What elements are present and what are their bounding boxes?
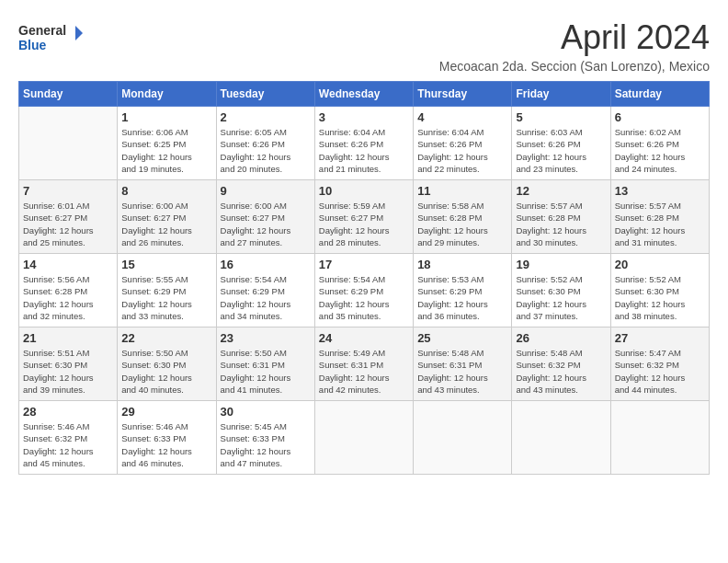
- day-info: Sunrise: 6:06 AM Sunset: 6:25 PM Dayligh…: [121, 126, 211, 175]
- calendar-table: SundayMondayTuesdayWednesdayThursdayFrid…: [18, 81, 710, 475]
- weekday-header-monday: Monday: [118, 82, 216, 107]
- page-header: General Blue April 2024 Mecoacan 2da. Se…: [18, 18, 710, 74]
- calendar-cell: [314, 401, 413, 475]
- day-number: 8: [121, 184, 211, 198]
- week-row-5: 28Sunrise: 5:46 AM Sunset: 6:32 PM Dayli…: [19, 401, 710, 475]
- day-number: 2: [221, 110, 311, 124]
- day-info: Sunrise: 5:48 AM Sunset: 6:32 PM Dayligh…: [516, 347, 606, 396]
- svg-text:Blue: Blue: [18, 38, 47, 52]
- day-info: Sunrise: 5:46 AM Sunset: 6:32 PM Dayligh…: [23, 420, 113, 469]
- day-number: 30: [221, 405, 311, 419]
- location-subtitle: Mecoacan 2da. Seccion (San Lorenzo), Mex…: [439, 59, 710, 74]
- day-number: 4: [417, 110, 507, 124]
- calendar-cell: 13Sunrise: 5:57 AM Sunset: 6:28 PM Dayli…: [610, 180, 709, 254]
- day-info: Sunrise: 6:03 AM Sunset: 6:26 PM Dayligh…: [516, 126, 606, 175]
- day-number: 21: [23, 331, 113, 345]
- day-info: Sunrise: 6:02 AM Sunset: 6:26 PM Dayligh…: [615, 126, 705, 175]
- calendar-cell: 30Sunrise: 5:45 AM Sunset: 6:33 PM Dayli…: [216, 401, 314, 475]
- calendar-cell: 25Sunrise: 5:48 AM Sunset: 6:31 PM Dayli…: [414, 327, 512, 401]
- week-row-3: 14Sunrise: 5:56 AM Sunset: 6:28 PM Dayli…: [19, 254, 710, 327]
- day-number: 12: [516, 184, 606, 198]
- day-info: Sunrise: 5:56 AM Sunset: 6:28 PM Dayligh…: [23, 273, 113, 322]
- logo-svg: General Blue: [18, 18, 83, 55]
- calendar-cell: 23Sunrise: 5:50 AM Sunset: 6:31 PM Dayli…: [216, 327, 314, 401]
- day-number: 28: [23, 405, 113, 419]
- day-info: Sunrise: 5:54 AM Sunset: 6:29 PM Dayligh…: [221, 273, 311, 322]
- week-row-1: 1Sunrise: 6:06 AM Sunset: 6:25 PM Daylig…: [19, 107, 710, 180]
- weekday-header-sunday: Sunday: [19, 82, 118, 107]
- calendar-cell: [414, 401, 512, 475]
- day-number: 3: [319, 110, 409, 124]
- day-info: Sunrise: 5:45 AM Sunset: 6:33 PM Dayligh…: [221, 420, 311, 469]
- day-number: 19: [516, 258, 606, 271]
- day-info: Sunrise: 5:53 AM Sunset: 6:29 PM Dayligh…: [417, 273, 507, 322]
- day-info: Sunrise: 5:49 AM Sunset: 6:31 PM Dayligh…: [319, 347, 409, 396]
- weekday-header-row: SundayMondayTuesdayWednesdayThursdayFrid…: [19, 82, 710, 107]
- day-info: Sunrise: 5:57 AM Sunset: 6:28 PM Dayligh…: [516, 200, 606, 248]
- day-info: Sunrise: 5:50 AM Sunset: 6:30 PM Dayligh…: [121, 347, 211, 396]
- day-info: Sunrise: 5:48 AM Sunset: 6:31 PM Dayligh…: [417, 347, 507, 396]
- calendar-cell: 17Sunrise: 5:54 AM Sunset: 6:29 PM Dayli…: [314, 254, 413, 327]
- calendar-cell: [610, 401, 709, 475]
- calendar-cell: 11Sunrise: 5:58 AM Sunset: 6:28 PM Dayli…: [414, 180, 512, 254]
- weekday-header-thursday: Thursday: [414, 82, 512, 107]
- calendar-cell: 24Sunrise: 5:49 AM Sunset: 6:31 PM Dayli…: [314, 327, 413, 401]
- calendar-cell: 19Sunrise: 5:52 AM Sunset: 6:30 PM Dayli…: [512, 254, 610, 327]
- weekday-header-friday: Friday: [512, 82, 610, 107]
- calendar-cell: 28Sunrise: 5:46 AM Sunset: 6:32 PM Dayli…: [19, 401, 118, 475]
- calendar-cell: 4Sunrise: 6:04 AM Sunset: 6:26 PM Daylig…: [414, 107, 512, 180]
- day-number: 6: [615, 110, 705, 124]
- calendar-cell: 6Sunrise: 6:02 AM Sunset: 6:26 PM Daylig…: [610, 107, 709, 180]
- day-number: 18: [417, 258, 507, 271]
- calendar-cell: 15Sunrise: 5:55 AM Sunset: 6:29 PM Dayli…: [118, 254, 216, 327]
- calendar-cell: 18Sunrise: 5:53 AM Sunset: 6:29 PM Dayli…: [414, 254, 512, 327]
- weekday-header-saturday: Saturday: [610, 82, 709, 107]
- day-number: 15: [121, 258, 211, 271]
- day-info: Sunrise: 5:57 AM Sunset: 6:28 PM Dayligh…: [615, 200, 705, 248]
- calendar-cell: 10Sunrise: 5:59 AM Sunset: 6:27 PM Dayli…: [314, 180, 413, 254]
- day-info: Sunrise: 6:01 AM Sunset: 6:27 PM Dayligh…: [23, 200, 113, 248]
- svg-marker-2: [75, 26, 83, 40]
- logo: General Blue: [18, 18, 83, 55]
- day-info: Sunrise: 6:00 AM Sunset: 6:27 PM Dayligh…: [121, 200, 211, 248]
- weekday-header-wednesday: Wednesday: [314, 82, 413, 107]
- day-info: Sunrise: 5:55 AM Sunset: 6:29 PM Dayligh…: [121, 273, 211, 322]
- day-number: 25: [417, 331, 507, 345]
- week-row-4: 21Sunrise: 5:51 AM Sunset: 6:30 PM Dayli…: [19, 327, 710, 401]
- day-info: Sunrise: 5:51 AM Sunset: 6:30 PM Dayligh…: [23, 347, 113, 396]
- calendar-cell: 8Sunrise: 6:00 AM Sunset: 6:27 PM Daylig…: [118, 180, 216, 254]
- day-info: Sunrise: 5:54 AM Sunset: 6:29 PM Dayligh…: [319, 273, 409, 322]
- day-number: 26: [516, 331, 606, 345]
- day-info: Sunrise: 5:46 AM Sunset: 6:33 PM Dayligh…: [121, 420, 211, 469]
- day-number: 13: [615, 184, 705, 198]
- day-number: 27: [615, 331, 705, 345]
- calendar-cell: 16Sunrise: 5:54 AM Sunset: 6:29 PM Dayli…: [216, 254, 314, 327]
- day-number: 20: [615, 258, 705, 271]
- day-info: Sunrise: 5:58 AM Sunset: 6:28 PM Dayligh…: [417, 200, 507, 248]
- day-info: Sunrise: 6:04 AM Sunset: 6:26 PM Dayligh…: [417, 126, 507, 175]
- day-number: 24: [319, 331, 409, 345]
- calendar-cell: 26Sunrise: 5:48 AM Sunset: 6:32 PM Dayli…: [512, 327, 610, 401]
- day-number: 23: [221, 331, 311, 345]
- calendar-cell: [19, 107, 118, 180]
- day-info: Sunrise: 5:50 AM Sunset: 6:31 PM Dayligh…: [221, 347, 311, 396]
- calendar-cell: 3Sunrise: 6:04 AM Sunset: 6:26 PM Daylig…: [314, 107, 413, 180]
- day-number: 14: [23, 258, 113, 271]
- day-number: 1: [121, 110, 211, 124]
- calendar-cell: 5Sunrise: 6:03 AM Sunset: 6:26 PM Daylig…: [512, 107, 610, 180]
- day-number: 16: [221, 258, 311, 271]
- weekday-header-tuesday: Tuesday: [216, 82, 314, 107]
- day-info: Sunrise: 5:59 AM Sunset: 6:27 PM Dayligh…: [319, 200, 409, 248]
- day-info: Sunrise: 5:47 AM Sunset: 6:32 PM Dayligh…: [615, 347, 705, 396]
- calendar-cell: [512, 401, 610, 475]
- title-block: April 2024 Mecoacan 2da. Seccion (San Lo…: [439, 18, 710, 74]
- calendar-cell: 12Sunrise: 5:57 AM Sunset: 6:28 PM Dayli…: [512, 180, 610, 254]
- day-number: 11: [417, 184, 507, 198]
- calendar-cell: 21Sunrise: 5:51 AM Sunset: 6:30 PM Dayli…: [19, 327, 118, 401]
- calendar-cell: 9Sunrise: 6:00 AM Sunset: 6:27 PM Daylig…: [216, 180, 314, 254]
- day-info: Sunrise: 5:52 AM Sunset: 6:30 PM Dayligh…: [615, 273, 705, 322]
- month-title: April 2024: [439, 18, 710, 57]
- calendar-cell: 14Sunrise: 5:56 AM Sunset: 6:28 PM Dayli…: [19, 254, 118, 327]
- calendar-cell: 27Sunrise: 5:47 AM Sunset: 6:32 PM Dayli…: [610, 327, 709, 401]
- day-number: 10: [319, 184, 409, 198]
